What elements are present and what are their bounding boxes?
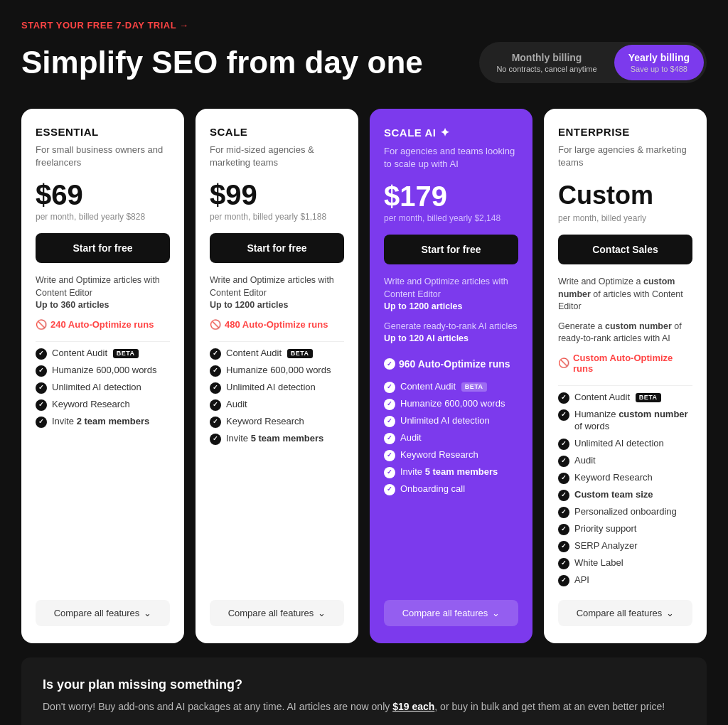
- auto-optimize-icon-enterprise: 🚫: [558, 358, 569, 368]
- cta-scale-ai[interactable]: Start for free: [384, 235, 518, 264]
- pricing-cards: ESSENTIAL For small business owners and …: [21, 109, 707, 643]
- list-item: Audit: [384, 432, 518, 444]
- list-item: Invite 2 team members: [36, 416, 170, 428]
- cta-essential[interactable]: Start for free: [36, 233, 170, 263]
- auto-optimize-icon-scale: 🚫: [210, 319, 221, 330]
- price-sub-enterprise: per month, billed yearly: [558, 213, 692, 223]
- chevron-down-icon: ⌄: [318, 608, 326, 618]
- price-highlight: $19 each: [392, 701, 434, 712]
- cta-scale[interactable]: Start for free: [210, 233, 344, 263]
- price-sub-essential: per month, billed yearly $828: [36, 212, 170, 222]
- monthly-billing-option[interactable]: Monthly billing No contracts, cancel any…: [482, 45, 611, 80]
- list-item: Keyword Research: [384, 449, 518, 461]
- list-item: Humanize 600,000 words: [36, 365, 170, 377]
- list-item: Content Audit BETA: [210, 348, 344, 360]
- compare-btn-essential[interactable]: Compare all features ⌄: [36, 600, 170, 626]
- plan-name-scale-ai: SCALE AI ✦: [384, 126, 518, 139]
- yearly-billing-sub: Save up to $488: [628, 65, 690, 73]
- billing-toggle: Monthly billing No contracts, cancel any…: [479, 42, 707, 83]
- plan-desc-scale-ai: For agencies and teams looking to scale …: [384, 145, 518, 171]
- feature-intro-essential: Write and Optimize articles with Content…: [36, 274, 170, 312]
- check-icon: [384, 382, 395, 393]
- price-enterprise: Custom: [558, 181, 692, 210]
- list-item: Unlimited AI detection: [210, 382, 344, 394]
- list-item: Custom team size: [558, 489, 692, 501]
- page-title: Simplify SEO from day one: [21, 45, 423, 80]
- list-item: Unlimited AI detection: [36, 382, 170, 394]
- check-circle-icon: ✓: [384, 358, 395, 370]
- auto-optimize-scale-ai: ✓ 960 Auto-Optimize runs: [384, 355, 518, 370]
- yearly-billing-option[interactable]: Yearly billing Save up to $488: [614, 45, 704, 80]
- price-sub-scale: per month, billed yearly $1,188: [210, 212, 344, 222]
- check-icon: [558, 524, 569, 535]
- feature-intro-scale-ai: Write and Optimize articles with Content…: [384, 276, 518, 313]
- check-icon: [210, 365, 221, 377]
- chevron-down-icon: ⌄: [144, 608, 151, 618]
- list-item: Invite 5 team members: [210, 433, 344, 445]
- list-item: White Label: [558, 557, 692, 569]
- check-icon: [558, 490, 569, 501]
- compare-btn-scale[interactable]: Compare all features ⌄: [210, 600, 344, 626]
- auto-optimize-enterprise: 🚫 Custom Auto-Optimize runs: [558, 350, 692, 374]
- check-icon: [558, 456, 569, 467]
- check-icon: [210, 382, 221, 394]
- list-item: Keyword Research: [558, 472, 692, 484]
- monthly-billing-label: Monthly billing: [496, 52, 596, 63]
- check-icon: [36, 399, 47, 411]
- price-scale-ai: $179: [384, 182, 447, 210]
- feature-list-essential: Content Audit BETA Humanize 600,000 word…: [36, 348, 170, 433]
- check-icon: [558, 409, 569, 421]
- plan-essential: ESSENTIAL For small business owners and …: [21, 109, 184, 643]
- chevron-down-icon: ⌄: [666, 608, 674, 618]
- feature-list-scale: Content Audit BETA Humanize 600,000 word…: [210, 348, 344, 450]
- plan-name-enterprise: ENTERPRISE: [558, 126, 692, 138]
- price-scale: $99: [210, 181, 257, 209]
- trial-text: START YOUR FREE 7-DAY TRIAL →: [21, 20, 189, 31]
- list-item: Humanize 600,000 words: [210, 365, 344, 377]
- bottom-title: Is your plan missing something?: [43, 677, 685, 692]
- feature-intro-enterprise: Write and Optimize a custom number of ar…: [558, 276, 692, 313]
- list-item: Keyword Research: [36, 399, 170, 411]
- list-item: SERP Analyzer: [558, 540, 692, 552]
- check-icon: [384, 467, 395, 478]
- trial-link[interactable]: START YOUR FREE 7-DAY TRIAL →: [21, 20, 707, 31]
- bottom-text: Don't worry! Buy add-ons and AI packages…: [43, 699, 685, 714]
- feature-list-enterprise: Content Audit BETA Humanize custom numbe…: [558, 392, 692, 591]
- plan-desc-essential: For small business owners and freelancer…: [36, 144, 170, 169]
- monthly-billing-sub: No contracts, cancel anytime: [496, 65, 596, 73]
- check-icon: [210, 399, 221, 411]
- list-item: Humanize custom number of words: [558, 409, 692, 433]
- ai-sparkle-icon: ✦: [440, 126, 450, 139]
- check-icon: [384, 416, 395, 427]
- check-icon: [210, 348, 221, 360]
- yearly-billing-label: Yearly billing: [628, 52, 690, 63]
- feature-intro-scale: Write and Optimize articles with Content…: [210, 274, 344, 312]
- check-icon: [384, 484, 395, 495]
- plan-scale: SCALE For mid-sized agencies & marketing…: [196, 109, 358, 643]
- list-item: API: [558, 574, 692, 586]
- list-item: Priority support: [558, 523, 692, 535]
- compare-btn-enterprise[interactable]: Compare all features ⌄: [558, 600, 692, 626]
- plan-enterprise: ENTERPRISE For large agencies & marketin…: [544, 109, 707, 643]
- check-icon: [558, 541, 569, 552]
- list-item: Keyword Research: [210, 416, 344, 428]
- list-item: Audit: [210, 399, 344, 411]
- check-icon: [36, 365, 47, 377]
- price-sub-scale-ai: per month, billed yearly $2,148: [384, 213, 518, 223]
- cta-enterprise[interactable]: Contact Sales: [558, 235, 692, 264]
- check-icon: [210, 434, 221, 445]
- list-item: Unlimited AI detection: [558, 438, 692, 450]
- list-item: Personalized onboarding: [558, 506, 692, 518]
- compare-btn-scale-ai[interactable]: Compare all features ⌄: [384, 600, 518, 626]
- list-item: Humanize 600,000 words: [384, 398, 518, 410]
- feature-intro2-scale-ai: Generate ready-to-rank AI articles Up to…: [384, 321, 518, 345]
- plan-scale-ai: SCALE AI ✦ For agencies and teams lookin…: [370, 109, 532, 643]
- check-icon: [558, 392, 569, 404]
- list-item: Invite 5 team members: [384, 466, 518, 478]
- check-icon: [384, 450, 395, 461]
- plan-desc-enterprise: For large agencies & marketing teams: [558, 144, 692, 169]
- plan-desc-scale: For mid-sized agencies & marketing teams: [210, 144, 344, 169]
- plan-name-scale: SCALE: [210, 126, 344, 138]
- list-item: Content Audit BETA: [558, 392, 692, 404]
- check-icon: [558, 507, 569, 518]
